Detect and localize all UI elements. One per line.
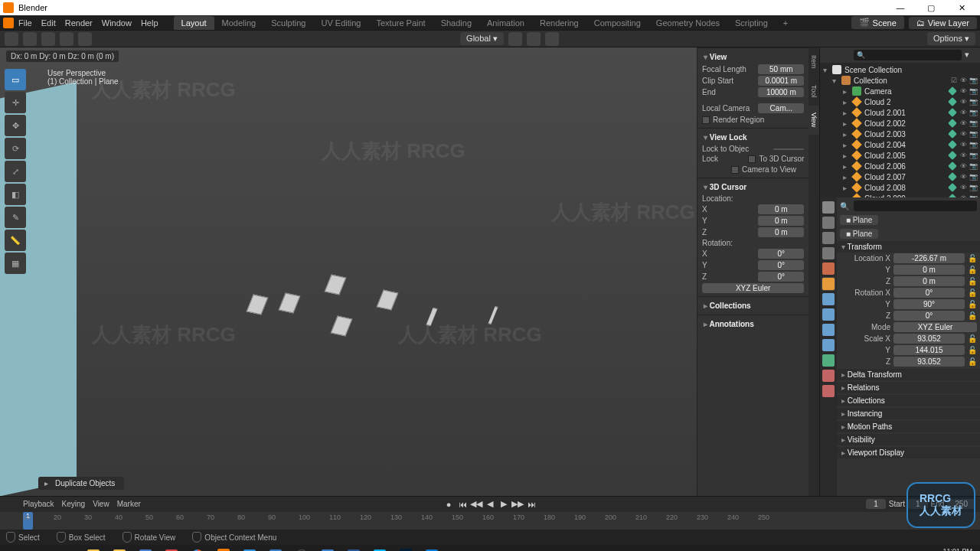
object-cloud[interactable] — [377, 290, 399, 311]
autokey-toggle[interactable]: ● — [443, 499, 455, 510]
render-icon[interactable]: 📷 — [969, 152, 977, 159]
workspace-rendering[interactable]: Rendering — [532, 16, 586, 30]
eye-icon[interactable]: 👁 — [960, 87, 968, 95]
outliner-row-collection[interactable]: ▾Collection☑👁📷 — [820, 75, 980, 86]
workspace-add[interactable]: + — [776, 16, 795, 30]
ptab-modifiers[interactable] — [822, 292, 835, 306]
location-z-field[interactable]: 0 m — [893, 276, 965, 286]
workspace-animation[interactable]: Animation — [479, 16, 532, 30]
tool-scale[interactable]: ⤢ — [5, 161, 26, 182]
pivot-dropdown[interactable] — [508, 32, 522, 46]
render-region-checkbox[interactable] — [702, 116, 710, 124]
location-x-field[interactable]: -226.67 m — [893, 253, 965, 263]
object-cloud[interactable] — [488, 306, 498, 324]
workspace-layout[interactable]: Layout — [174, 16, 214, 30]
tool-rotate[interactable]: ⟳ — [5, 138, 26, 159]
cursor-loc-z-field[interactable]: 0 m — [758, 227, 804, 237]
lock-icon[interactable]: 🔓 — [968, 346, 977, 354]
crumb-object[interactable]: ■ Plane — [840, 215, 878, 225]
scale-y-field[interactable]: 144.015 — [893, 345, 965, 355]
timeline-menu-keying[interactable]: Keying — [62, 500, 86, 508]
props-section-header[interactable]: Delta Transform — [837, 369, 980, 380]
npanel-tab-tool[interactable]: Tool — [808, 77, 819, 106]
ptab-viewlayer[interactable] — [822, 231, 835, 245]
props-section-header[interactable]: Motion Paths — [837, 421, 980, 432]
workspace-compositing[interactable]: Compositing — [586, 16, 648, 30]
scene-selector[interactable]: 🎬Scene — [851, 16, 904, 29]
lock-3dcursor-checkbox[interactable] — [748, 155, 756, 163]
render-icon[interactable]: 📷 — [969, 119, 977, 127]
rotation-y-field[interactable]: 90° — [893, 299, 965, 309]
select-mode3-icon[interactable] — [78, 32, 92, 46]
ptab-world[interactable] — [822, 262, 835, 276]
photoshop-icon[interactable]: Ps — [394, 546, 418, 551]
task-view-button[interactable]: ◑ — [55, 546, 80, 551]
menu-file[interactable]: File — [18, 18, 32, 28]
props-section-header[interactable]: Viewport Display — [837, 447, 980, 458]
outliner-row-object[interactable]: ▸Cloud 2.002👁📷 — [820, 118, 980, 129]
eye-icon[interactable]: 👁 — [960, 109, 968, 116]
render-icon[interactable]: 📷 — [969, 109, 977, 116]
cursor-rot-x-field[interactable]: 0° — [758, 249, 804, 259]
rotation-mode-dropdown[interactable]: XYZ Euler — [893, 322, 977, 332]
mode-dropdown[interactable] — [23, 32, 37, 46]
props-section-header[interactable]: Instancing — [837, 408, 980, 419]
outliner-display-mode-icon[interactable] — [838, 50, 851, 60]
crumb-data[interactable]: ■ Plane — [840, 229, 878, 239]
menu-help[interactable]: Help — [141, 18, 158, 28]
window-minimize-button[interactable]: — — [885, 0, 916, 15]
cursor-rot-z-field[interactable]: 0° — [758, 272, 804, 282]
cursor-mode-dropdown[interactable]: XYZ Euler — [702, 283, 804, 293]
window-maximize-button[interactable]: ▢ — [916, 0, 946, 15]
blender-taskbar-icon[interactable] — [211, 546, 236, 551]
props-section-header[interactable]: Collections — [837, 395, 980, 406]
render-icon[interactable]: 📷 — [969, 98, 977, 106]
app2-icon[interactable] — [159, 546, 184, 551]
ptab-scene[interactable] — [822, 246, 835, 260]
timeline-menu-marker[interactable]: Marker — [117, 500, 141, 508]
outliner-row-object[interactable]: ▸Camera👁📷 — [820, 86, 980, 96]
redo-panel[interactable]: Duplicate Objects — [38, 477, 124, 490]
tool-move[interactable]: ✥ — [5, 115, 26, 136]
outliner-row-object[interactable]: ▸Cloud 2.004👁📷 — [820, 139, 980, 150]
workspace-uv-editing[interactable]: UV Editing — [313, 16, 368, 30]
annotations-header[interactable]: Annotations — [697, 318, 808, 331]
options-dropdown[interactable]: Options ▾ — [927, 32, 975, 45]
workspace-geometry-nodes[interactable]: Geometry Nodes — [648, 16, 727, 30]
mail-icon[interactable] — [237, 546, 262, 551]
outliner-row-object[interactable]: ▸Cloud 2.008👁📷 — [820, 182, 980, 193]
eye-icon[interactable]: 👁 — [960, 130, 968, 138]
jump-start-button[interactable]: ⏮ — [456, 499, 469, 510]
workspace-sculpting[interactable]: Sculpting — [263, 16, 313, 30]
viewlock-header[interactable]: View Lock — [697, 131, 808, 144]
ptab-render[interactable] — [822, 201, 835, 214]
local-camera-field[interactable]: Cam... — [758, 103, 804, 113]
lock-icon[interactable]: 🔓 — [968, 289, 977, 297]
cursor-loc-x-field[interactable]: 0 m — [758, 204, 804, 214]
ptab-material[interactable] — [822, 369, 835, 383]
npanel-tab-view[interactable]: View — [808, 106, 819, 135]
file-explorer2-icon[interactable] — [107, 546, 132, 551]
editor-type-dropdown[interactable] — [5, 32, 18, 46]
proportional-edit-toggle[interactable] — [545, 32, 559, 46]
current-frame-field[interactable]: 1 — [866, 499, 886, 509]
rotation-x-field[interactable]: 0° — [893, 288, 965, 298]
tool-annotate[interactable]: ✎ — [5, 207, 26, 228]
media-icon[interactable] — [420, 546, 444, 551]
lock-icon[interactable]: 🔓 — [968, 277, 977, 285]
checkbox-icon[interactable]: ☑ — [951, 77, 959, 84]
workspace-shading[interactable]: Shading — [433, 16, 479, 30]
focal-length-field[interactable]: 50 mm — [758, 64, 804, 74]
render-icon[interactable]: 📷 — [969, 141, 977, 148]
outliner-row-object[interactable]: ▸Cloud 2.005👁📷 — [820, 150, 980, 161]
cursor-rot-y-field[interactable]: 0° — [758, 260, 804, 270]
outliner-row-scene-collection[interactable]: ▾Scene Collection — [820, 64, 980, 75]
obs-icon[interactable] — [289, 546, 314, 551]
props-section-header[interactable]: Relations — [837, 382, 980, 393]
outliner-row-object[interactable]: ▸Cloud 2.001👁📷 — [820, 107, 980, 118]
workspace-texture-paint[interactable]: Texture Paint — [368, 16, 433, 30]
play-reverse-button[interactable]: ◀ — [484, 499, 496, 510]
render-icon[interactable]: 📷 — [969, 87, 977, 95]
menu-render[interactable]: Render — [65, 18, 93, 28]
cursor-header[interactable]: 3D Cursor — [697, 181, 808, 194]
